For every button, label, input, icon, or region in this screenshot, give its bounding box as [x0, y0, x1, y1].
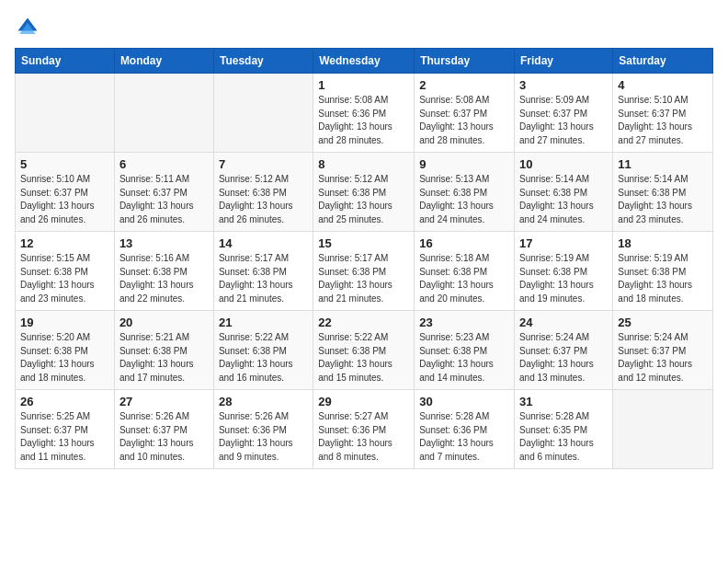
day-number: 18 [618, 236, 708, 250]
day-number: 28 [219, 395, 308, 408]
day-number: 20 [119, 316, 209, 329]
day-info: Sunrise: 5:22 AMSunset: 6:38 PMDaylight:… [219, 331, 308, 385]
calendar-cell: 9Sunrise: 5:13 AMSunset: 6:38 PMDaylight… [415, 153, 515, 232]
calendar-cell: 31Sunrise: 5:28 AMSunset: 6:35 PMDayligh… [515, 390, 613, 469]
logo-icon [15, 15, 40, 40]
weekday-header-sunday: Sunday [16, 49, 115, 74]
day-info: Sunrise: 5:24 AMSunset: 6:37 PMDaylight:… [519, 331, 608, 385]
day-info: Sunrise: 5:11 AMSunset: 6:37 PMDaylight:… [119, 173, 209, 226]
calendar-cell: 8Sunrise: 5:12 AMSunset: 6:38 PMDaylight… [313, 153, 415, 232]
day-number: 11 [618, 157, 708, 171]
day-number: 23 [419, 316, 509, 329]
page-container: SundayMondayTuesdayWednesdayThursdayFrid… [0, 0, 728, 478]
calendar-cell: 10Sunrise: 5:14 AMSunset: 6:38 PMDayligh… [515, 153, 613, 232]
day-number: 26 [20, 395, 109, 408]
calendar-week-row: 1Sunrise: 5:08 AMSunset: 6:36 PMDaylight… [16, 74, 713, 153]
day-info: Sunrise: 5:25 AMSunset: 6:37 PMDaylight:… [20, 410, 109, 464]
header-row [15, 15, 713, 40]
calendar-cell: 20Sunrise: 5:21 AMSunset: 6:38 PMDayligh… [114, 311, 213, 390]
calendar-cell: 14Sunrise: 5:17 AMSunset: 6:38 PMDayligh… [213, 232, 313, 311]
day-number: 21 [219, 316, 308, 329]
weekday-header-wednesday: Wednesday [313, 49, 415, 74]
day-number: 15 [318, 236, 409, 250]
day-number: 7 [219, 157, 308, 171]
calendar-table: SundayMondayTuesdayWednesdayThursdayFrid… [15, 48, 713, 469]
logo [15, 15, 44, 40]
day-number: 3 [519, 78, 608, 92]
calendar-cell: 3Sunrise: 5:09 AMSunset: 6:37 PMDaylight… [515, 74, 613, 153]
day-number: 6 [119, 157, 209, 171]
day-info: Sunrise: 5:26 AMSunset: 6:37 PMDaylight:… [119, 410, 209, 464]
day-info: Sunrise: 5:14 AMSunset: 6:38 PMDaylight:… [618, 173, 708, 226]
day-number: 19 [20, 316, 109, 329]
day-number: 13 [119, 236, 209, 250]
day-info: Sunrise: 5:14 AMSunset: 6:38 PMDaylight:… [519, 173, 608, 226]
calendar-cell: 26Sunrise: 5:25 AMSunset: 6:37 PMDayligh… [16, 390, 115, 469]
day-info: Sunrise: 5:16 AMSunset: 6:38 PMDaylight:… [119, 252, 209, 305]
day-info: Sunrise: 5:20 AMSunset: 6:38 PMDaylight:… [20, 331, 109, 385]
calendar-cell: 30Sunrise: 5:28 AMSunset: 6:36 PMDayligh… [415, 390, 515, 469]
day-info: Sunrise: 5:28 AMSunset: 6:35 PMDaylight:… [519, 410, 608, 464]
calendar-week-row: 5Sunrise: 5:10 AMSunset: 6:37 PMDaylight… [16, 153, 713, 232]
calendar-cell [613, 390, 713, 469]
day-info: Sunrise: 5:27 AMSunset: 6:36 PMDaylight:… [318, 410, 409, 464]
day-info: Sunrise: 5:28 AMSunset: 6:36 PMDaylight:… [419, 410, 509, 464]
day-number: 30 [419, 395, 509, 408]
day-number: 29 [318, 395, 409, 408]
day-info: Sunrise: 5:17 AMSunset: 6:38 PMDaylight:… [318, 252, 409, 305]
day-info: Sunrise: 5:23 AMSunset: 6:38 PMDaylight:… [419, 331, 509, 385]
day-info: Sunrise: 5:19 AMSunset: 6:38 PMDaylight:… [618, 252, 708, 305]
day-info: Sunrise: 5:13 AMSunset: 6:38 PMDaylight:… [419, 173, 509, 226]
day-info: Sunrise: 5:10 AMSunset: 6:37 PMDaylight:… [20, 173, 109, 226]
calendar-cell: 7Sunrise: 5:12 AMSunset: 6:38 PMDaylight… [213, 153, 313, 232]
calendar-cell: 6Sunrise: 5:11 AMSunset: 6:37 PMDaylight… [114, 153, 213, 232]
day-number: 14 [219, 236, 308, 250]
day-number: 12 [20, 236, 109, 250]
calendar-week-row: 12Sunrise: 5:15 AMSunset: 6:38 PMDayligh… [16, 232, 713, 311]
day-number: 9 [419, 157, 509, 171]
calendar-cell: 22Sunrise: 5:22 AMSunset: 6:38 PMDayligh… [313, 311, 415, 390]
calendar-cell: 4Sunrise: 5:10 AMSunset: 6:37 PMDaylight… [613, 74, 713, 153]
day-number: 5 [20, 157, 109, 171]
calendar-cell: 17Sunrise: 5:19 AMSunset: 6:38 PMDayligh… [515, 232, 613, 311]
day-info: Sunrise: 5:12 AMSunset: 6:38 PMDaylight:… [318, 173, 409, 226]
day-number: 2 [419, 78, 509, 92]
weekday-header-saturday: Saturday [613, 49, 713, 74]
calendar-week-row: 26Sunrise: 5:25 AMSunset: 6:37 PMDayligh… [16, 390, 713, 469]
calendar-cell: 12Sunrise: 5:15 AMSunset: 6:38 PMDayligh… [16, 232, 115, 311]
day-info: Sunrise: 5:24 AMSunset: 6:37 PMDaylight:… [618, 331, 708, 385]
calendar-cell: 29Sunrise: 5:27 AMSunset: 6:36 PMDayligh… [313, 390, 415, 469]
calendar-cell: 23Sunrise: 5:23 AMSunset: 6:38 PMDayligh… [415, 311, 515, 390]
calendar-cell [16, 74, 115, 153]
calendar-cell: 25Sunrise: 5:24 AMSunset: 6:37 PMDayligh… [613, 311, 713, 390]
calendar-cell: 5Sunrise: 5:10 AMSunset: 6:37 PMDaylight… [16, 153, 115, 232]
calendar-cell: 11Sunrise: 5:14 AMSunset: 6:38 PMDayligh… [613, 153, 713, 232]
calendar-cell: 19Sunrise: 5:20 AMSunset: 6:38 PMDayligh… [16, 311, 115, 390]
calendar-cell: 24Sunrise: 5:24 AMSunset: 6:37 PMDayligh… [515, 311, 613, 390]
calendar-cell: 1Sunrise: 5:08 AMSunset: 6:36 PMDaylight… [313, 74, 415, 153]
weekday-header-row: SundayMondayTuesdayWednesdayThursdayFrid… [16, 49, 713, 74]
day-info: Sunrise: 5:12 AMSunset: 6:38 PMDaylight:… [219, 173, 308, 226]
day-info: Sunrise: 5:17 AMSunset: 6:38 PMDaylight:… [219, 252, 308, 305]
calendar-week-row: 19Sunrise: 5:20 AMSunset: 6:38 PMDayligh… [16, 311, 713, 390]
day-number: 8 [318, 157, 409, 171]
calendar-cell: 21Sunrise: 5:22 AMSunset: 6:38 PMDayligh… [213, 311, 313, 390]
day-info: Sunrise: 5:15 AMSunset: 6:38 PMDaylight:… [20, 252, 109, 305]
weekday-header-tuesday: Tuesday [213, 49, 313, 74]
calendar-cell [114, 74, 213, 153]
weekday-header-thursday: Thursday [415, 49, 515, 74]
day-info: Sunrise: 5:26 AMSunset: 6:36 PMDaylight:… [219, 410, 308, 464]
day-info: Sunrise: 5:21 AMSunset: 6:38 PMDaylight:… [119, 331, 209, 385]
calendar-cell: 18Sunrise: 5:19 AMSunset: 6:38 PMDayligh… [613, 232, 713, 311]
weekday-header-monday: Monday [114, 49, 213, 74]
day-number: 22 [318, 316, 409, 329]
day-number: 1 [318, 78, 409, 92]
day-number: 16 [419, 236, 509, 250]
weekday-header-friday: Friday [515, 49, 613, 74]
day-number: 4 [618, 78, 708, 92]
calendar-cell: 15Sunrise: 5:17 AMSunset: 6:38 PMDayligh… [313, 232, 415, 311]
day-number: 17 [519, 236, 608, 250]
day-number: 27 [119, 395, 209, 408]
calendar-cell: 13Sunrise: 5:16 AMSunset: 6:38 PMDayligh… [114, 232, 213, 311]
calendar-cell: 2Sunrise: 5:08 AMSunset: 6:37 PMDaylight… [415, 74, 515, 153]
